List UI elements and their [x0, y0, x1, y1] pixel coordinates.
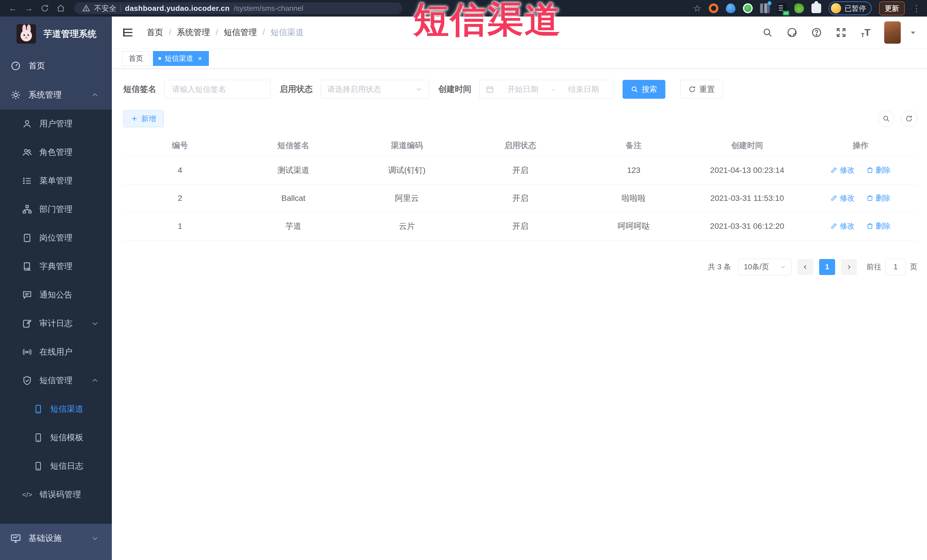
- sidebar-item-online-users[interactable]: 在线用户: [0, 338, 112, 366]
- edit-link[interactable]: 修改: [831, 221, 854, 231]
- plus-icon: [131, 115, 138, 122]
- refresh-table-button[interactable]: [901, 111, 917, 127]
- sidebar-item-error-code[interactable]: </> 错误码管理: [0, 480, 112, 509]
- sidebar-item-infrastructure[interactable]: 基础设施: [0, 524, 112, 553]
- help-icon[interactable]: [811, 27, 822, 38]
- browser-update-button[interactable]: 更新: [879, 2, 905, 15]
- goto-page-group: 前往 页: [866, 259, 917, 275]
- sidebar-item-sms-management[interactable]: 短信管理: [0, 366, 112, 395]
- browser-forward-icon[interactable]: →: [22, 2, 35, 15]
- app-logo-row[interactable]: 芋道管理系统: [0, 17, 112, 52]
- font-size-icon[interactable]: TT: [860, 27, 872, 38]
- user-icon: [22, 119, 32, 129]
- security-label[interactable]: 不安全: [94, 3, 116, 14]
- cell-code: 云片: [350, 212, 464, 240]
- delete-link[interactable]: 删除: [866, 193, 891, 203]
- address-bar[interactable]: 不安全 dashboard.yudao.iocoder.cn /system/s…: [74, 2, 402, 14]
- sidebar-item-post-management[interactable]: 岗位管理: [0, 224, 112, 252]
- signature-input[interactable]: [172, 85, 263, 94]
- table-tools: [878, 111, 917, 127]
- update-label: 更新: [885, 4, 899, 13]
- cell-status: 开启: [464, 212, 577, 240]
- tab-home[interactable]: 首页: [122, 51, 149, 66]
- breadcrumb-item[interactable]: 首页: [147, 27, 163, 38]
- extension-icon[interactable]: [726, 3, 736, 13]
- reset-button[interactable]: 重置: [680, 80, 723, 99]
- extension-icon[interactable]: [743, 3, 753, 13]
- github-icon[interactable]: [786, 27, 798, 38]
- sidebar-toggle-icon[interactable]: [122, 27, 134, 38]
- fullscreen-icon[interactable]: [835, 27, 847, 38]
- toggle-search-button[interactable]: [878, 111, 895, 127]
- edit-link[interactable]: 修改: [831, 193, 854, 203]
- avatar-caret-down-icon[interactable]: [909, 29, 917, 36]
- delete-link[interactable]: 删除: [866, 165, 891, 175]
- breadcrumb-item[interactable]: 短信管理: [224, 27, 257, 38]
- profile-avatar-emoji: [831, 3, 841, 14]
- status-select[interactable]: 请选择启用状态: [321, 80, 429, 99]
- sidebar-item-menu-management[interactable]: 菜单管理: [0, 167, 112, 195]
- sms-shield-icon: [22, 376, 32, 385]
- announcement-icon: [22, 290, 32, 300]
- phone-icon: [33, 433, 43, 442]
- sidebar-item-audit-log[interactable]: 审计日志: [0, 309, 112, 338]
- cell-actions: 修改 删除: [804, 156, 917, 184]
- sidebar-item-sms-log[interactable]: 短信日志: [0, 452, 112, 480]
- audit-log-icon: [22, 319, 32, 328]
- sidebar-bottom-section: 基础设施: [0, 524, 112, 560]
- search-icon: [631, 86, 638, 93]
- phone-icon: [33, 405, 43, 414]
- prev-page-button[interactable]: [798, 259, 813, 275]
- add-button[interactable]: 新增: [123, 110, 164, 127]
- goto-page-input[interactable]: [885, 259, 906, 275]
- sidebar-item-dept-management[interactable]: 部门管理: [0, 195, 112, 224]
- delete-link[interactable]: 删除: [866, 221, 891, 231]
- browser-menu-icon[interactable]: ⋮: [912, 3, 921, 14]
- tab-sms-channel[interactable]: 短信渠道: [153, 51, 209, 66]
- date-start-placeholder[interactable]: 开始日期: [500, 84, 546, 94]
- browser-back-icon[interactable]: ←: [6, 2, 20, 15]
- next-page-button[interactable]: [841, 259, 857, 275]
- extension-icon[interactable]: [760, 3, 770, 13]
- top-navbar: 首页 / 系统管理 / 短信管理 / 短信渠道 TT: [112, 17, 927, 49]
- signature-label: 短信签名: [123, 83, 157, 95]
- page-size-select[interactable]: 10条/页: [739, 259, 792, 275]
- user-avatar[interactable]: [884, 21, 901, 44]
- tab-label: 短信渠道: [165, 54, 193, 63]
- browser-home-icon[interactable]: [54, 2, 67, 15]
- cell-id: 2: [123, 184, 237, 212]
- sidebar-item-notice[interactable]: 通知公告: [0, 281, 112, 309]
- extensions-puzzle-icon[interactable]: [812, 3, 821, 13]
- edit-link[interactable]: 修改: [831, 165, 854, 175]
- column-header: 启用状态: [464, 135, 577, 156]
- sidebar-item-dict-management[interactable]: 字典管理: [0, 252, 112, 281]
- date-end-placeholder[interactable]: 结束日期: [560, 84, 607, 94]
- cell-remark: 啦啦啦: [577, 184, 690, 212]
- sidebar-item-label: 岗位管理: [40, 232, 73, 244]
- sidebar-item-sms-template[interactable]: 短信模板: [0, 423, 112, 452]
- trash-icon: [866, 223, 873, 229]
- bookmark-star-icon[interactable]: ☆: [693, 3, 701, 14]
- extension-icon[interactable]: [794, 3, 804, 13]
- header-search-icon[interactable]: [761, 27, 774, 38]
- cell-created: 2021-03-31 11:53:10: [690, 184, 804, 212]
- date-range-picker[interactable]: 开始日期 - 结束日期: [479, 80, 614, 99]
- sidebar-item-system-management[interactable]: 系统管理: [0, 80, 112, 109]
- sidebar-item-sms-channel[interactable]: 短信渠道: [0, 395, 112, 423]
- tab-close-icon[interactable]: [197, 55, 204, 62]
- app-logo-rabbit: [17, 24, 36, 44]
- sidebar-item-user-management[interactable]: 用户管理: [0, 109, 112, 138]
- browser-reload-icon[interactable]: [38, 2, 52, 15]
- sidebar-item-role-management[interactable]: 角色管理: [0, 138, 112, 167]
- edit-pencil-icon: [831, 223, 837, 229]
- users-icon: [22, 147, 32, 157]
- column-header: 短信签名: [237, 135, 350, 156]
- search-button[interactable]: 搜索: [623, 80, 666, 99]
- breadcrumb-item[interactable]: 系统管理: [177, 27, 210, 38]
- search-button-label: 搜索: [642, 84, 657, 94]
- sidebar-item-home[interactable]: 首页: [0, 52, 112, 80]
- extension-icon[interactable]: [709, 3, 719, 13]
- page-number-button[interactable]: 1: [819, 259, 835, 275]
- profile-paused-pill[interactable]: 已暂停: [828, 2, 872, 15]
- extension-icon[interactable]: on: [777, 3, 787, 13]
